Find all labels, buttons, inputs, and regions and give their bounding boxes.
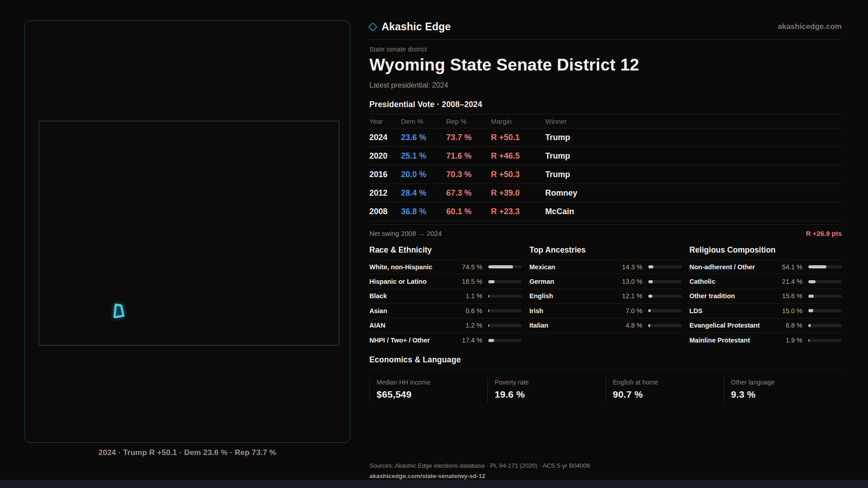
- economics-stat-card: Median HH income$65,549: [369, 377, 487, 403]
- percent-bar-fill: [808, 324, 811, 327]
- demographics-row: Other tradition15.6 %: [689, 289, 842, 304]
- winner-cell: Trump: [545, 133, 842, 142]
- demographics-label: Asian: [369, 307, 457, 314]
- vote-column-header: Year: [369, 117, 401, 125]
- percent-bar: [488, 280, 522, 283]
- latest-presidential-note: Latest presidential: 2024: [369, 81, 842, 89]
- margin-cell: R +50.1: [491, 133, 545, 142]
- demographics-label: Catholic: [689, 278, 777, 285]
- economics-stat-value: $65,549: [377, 389, 487, 400]
- demographics-column-title: Religious Composition: [689, 245, 842, 260]
- percent-bar-fill: [488, 309, 489, 312]
- demographics-column: Top AncestriesMexican14.3 %German13.0 %E…: [529, 245, 682, 347]
- rep-pct-cell: 67.3 %: [446, 188, 491, 198]
- rep-pct-cell: 73.7 %: [446, 133, 491, 142]
- rep-pct-cell: 71.6 %: [446, 151, 491, 161]
- percent-bar: [808, 280, 842, 283]
- permalink[interactable]: akashicedge.com/state-senate/wy-sd-12: [369, 473, 486, 479]
- footer: Sources: Akashic Edge elections database…: [369, 462, 842, 480]
- demographics-value: 4.8 %: [617, 322, 642, 329]
- percent-bar-fill: [808, 295, 814, 298]
- percent-bar-fill: [808, 309, 813, 312]
- demographics-value: 1.2 %: [457, 322, 482, 329]
- winner-cell: Trump: [545, 151, 842, 161]
- economics-stat-card: English at home90.7 %: [606, 377, 724, 403]
- net-swing-row: Net swing 2008 → 2024 R +26.9 pts: [369, 224, 842, 237]
- demographics-value: 1.9 %: [777, 337, 802, 344]
- dem-pct-cell: 25.1 %: [401, 151, 446, 161]
- rep-pct-cell: 70.3 %: [446, 170, 491, 179]
- demographics-row: English12.1 %: [529, 289, 682, 304]
- percent-bar: [808, 295, 842, 298]
- brand-domain-link[interactable]: akashicedge.com: [778, 22, 842, 31]
- demographics-row: Irish7.0 %: [529, 304, 682, 318]
- demographics-row: Non-adherent / Other54.1 %: [689, 260, 842, 274]
- demographics-row: NHPI / Two+ / Other17.4 %: [369, 333, 522, 347]
- rep-pct-cell: 60.1 %: [446, 207, 491, 216]
- dem-pct-cell: 23.6 %: [401, 133, 446, 142]
- vote-table-header-row: YearDem %Rep %MarginWinner: [369, 114, 842, 128]
- economics-stat-label: Median HH income: [377, 379, 487, 386]
- demographics-label: English: [529, 292, 617, 300]
- vote-column-header: Rep %: [446, 117, 491, 125]
- demographics-label: Irish: [529, 307, 617, 314]
- header-divider: [369, 39, 842, 40]
- demographics-label: Mexican: [529, 263, 617, 271]
- demographics-row: White, non-Hispanic74.5 %: [369, 260, 522, 274]
- economics-stat-label: Poverty rate: [495, 379, 605, 386]
- wyoming-state-outline: [38, 121, 340, 346]
- percent-bar-fill: [648, 309, 651, 312]
- percent-bar-fill: [648, 280, 653, 283]
- demographics-column: Religious CompositionNon-adherent / Othe…: [689, 245, 842, 347]
- demographics-value: 54.1 %: [777, 263, 802, 271]
- demographics-label: LDS: [689, 307, 777, 314]
- year-cell: 2024: [369, 133, 401, 142]
- demographics-label: Hispanic or Latino: [369, 278, 457, 285]
- district-12-map-shape[interactable]: [111, 302, 126, 319]
- dem-pct-cell: 36.8 %: [401, 207, 446, 216]
- year-cell: 2012: [369, 188, 401, 198]
- percent-bar: [808, 309, 842, 312]
- percent-bar: [648, 324, 682, 327]
- year-cell: 2016: [369, 170, 401, 179]
- percent-bar: [488, 265, 522, 268]
- vote-table-row: 202025.1 %71.6 %R +46.5Trump: [369, 147, 842, 165]
- percent-bar-fill: [488, 295, 489, 298]
- economics-title-divider: [369, 369, 842, 370]
- demographics-value: 21.4 %: [777, 278, 802, 285]
- vote-column-header: Dem %: [401, 117, 446, 125]
- demographics-label: Italian: [529, 322, 617, 329]
- percent-bar-fill: [808, 339, 809, 342]
- demographics-value: 14.3 %: [617, 263, 642, 271]
- district-map-panel: [24, 20, 350, 443]
- demographics-value: 0.6 %: [457, 307, 482, 314]
- dem-pct-cell: 28.4 %: [401, 188, 446, 198]
- percent-bar-fill: [808, 265, 826, 268]
- percent-bar-fill: [648, 265, 653, 268]
- percent-bar: [648, 265, 682, 268]
- year-cell: 2008: [369, 207, 401, 216]
- demographics-column-title: Top Ancestries: [529, 245, 682, 260]
- percent-bar: [648, 295, 682, 298]
- demographics-row: Hispanic or Latino18.5 %: [369, 274, 522, 289]
- page-title: Wyoming State Senate District 12: [369, 56, 842, 75]
- sources-note: Sources: Akashic Edge elections database…: [369, 462, 842, 469]
- demographics-row: Black1.1 %: [369, 289, 522, 304]
- percent-bar: [808, 324, 842, 327]
- demographics-label: AIAN: [369, 322, 457, 329]
- demographics-value: 74.5 %: [457, 263, 482, 271]
- bottom-strip: [0, 480, 868, 488]
- economics-grid: Median HH income$65,549Poverty rate19.6 …: [369, 377, 842, 403]
- percent-bar-fill: [488, 324, 489, 327]
- winner-cell: Trump: [545, 170, 842, 179]
- demographics-label: Mainline Protestant: [689, 337, 777, 344]
- demographics-row: Italian4.8 %: [529, 319, 682, 333]
- vote-table-row: 200836.8 %60.1 %R +23.3McCain: [369, 202, 842, 221]
- percent-bar-fill: [808, 280, 816, 283]
- district-report: Akashic Edge akashicedge.com State senat…: [369, 0, 842, 480]
- economics-stat-card: Poverty rate19.6 %: [487, 377, 605, 403]
- demographics-label: White, non-Hispanic: [369, 263, 457, 271]
- economics-stat-label: English at home: [613, 379, 724, 386]
- demographics-row: Evangelical Protestant6.8 %: [689, 319, 842, 333]
- margin-cell: R +50.3: [491, 170, 545, 179]
